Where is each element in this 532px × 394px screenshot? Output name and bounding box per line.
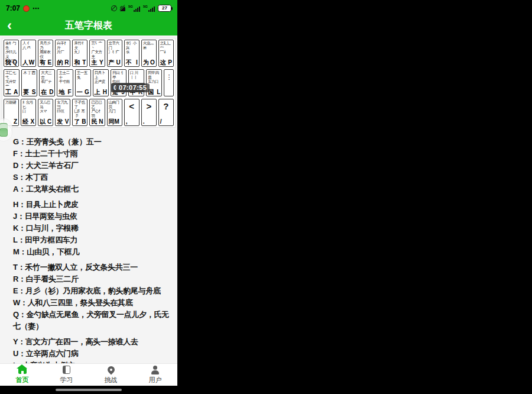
- key-letter: Q: [12, 59, 17, 66]
- wubi-key: 大犬三古 石厂ナ 在D: [39, 69, 55, 96]
- key-symbol: <: [125, 101, 139, 111]
- page-title: 五笔字根表: [0, 20, 177, 32]
- key-letter: X: [31, 118, 35, 125]
- key-example-char: 有: [40, 59, 46, 66]
- key-letter: G: [85, 89, 89, 96]
- key-letter: W: [29, 59, 34, 66]
- home-indicator[interactable]: [56, 389, 122, 391]
- mnemonic-line: H：目具上止卜虎皮: [13, 199, 174, 211]
- mute-icon: [120, 6, 125, 11]
- key-radicals: 日曰刂早 虫刈: [112, 70, 125, 84]
- mnemonic-line: W：人和八三四里，祭头登头在其底: [13, 297, 174, 309]
- recording-timestamp: 07:07:55: [116, 83, 150, 92]
- key-example-char: 为: [143, 59, 149, 66]
- wubi-key: 土士二十 干寸雨 地F: [57, 69, 73, 96]
- wubi-key: 又厶巴马 スマ 以C: [38, 99, 53, 126]
- mnemonic-line: U：立辛两点六门病: [13, 348, 174, 360]
- key-letter: I: [136, 59, 138, 66]
- tab-challenge[interactable]: 挑战: [89, 364, 133, 386]
- key-example-char: 以: [40, 118, 46, 125]
- wubi-key: 工匚七弋 戈廾廿艹 工A: [4, 69, 20, 96]
- tab-user[interactable]: 用户: [133, 364, 177, 386]
- key-letter: Y: [99, 59, 103, 66]
- tab-bar: 首页 学习 挑战 用户: [0, 363, 177, 386]
- key-example-char: 这: [160, 59, 166, 66]
- key-example-char: 发: [57, 118, 63, 125]
- key-radicals: 已己巳乙 尸心忄羽: [91, 100, 103, 118]
- key-example-char: 主: [91, 59, 97, 66]
- signal-icon-sim2: 5G: [143, 5, 155, 12]
- key-example-char: 民: [91, 118, 97, 125]
- wubi-key: 人 亻 八 癶 人W: [21, 40, 36, 67]
- key-letter: ,: [126, 118, 128, 125]
- key-letter: .: [143, 118, 145, 125]
- key-example-char: 不: [126, 59, 132, 66]
- radical-table-screen: 7:07 ⋯ 5G 5G 27 ‹ 五笔字根表 金钅勹鱼 夕臼儿义 犭乂匚: [0, 0, 177, 394]
- key-letter: N: [99, 118, 103, 125]
- assistant-icon: [0, 128, 8, 137]
- challenge-pin-icon: [108, 366, 115, 374]
- key-radicals: 立辛六门 冫丬疒: [109, 41, 121, 54]
- key-radicals: 火业灬 米: [143, 41, 155, 50]
- key-radicals: 万能键: [5, 100, 17, 105]
- signal-icon-sim1: 5G: [128, 5, 140, 12]
- wubi-key: 言讠亠丶 广文方主 主Y: [89, 40, 105, 67]
- wubi-key: 立辛六门 冫丬疒 产U: [107, 40, 122, 67]
- wubi-key: 水氵小兴 氺 不I: [124, 40, 140, 67]
- tab-label: 用户: [149, 376, 162, 385]
- key-letter: O: [150, 59, 155, 66]
- mnemonic-line: S：木丁西: [13, 172, 174, 183]
- key-letter: C: [47, 118, 51, 125]
- eye-protection-icon: [111, 5, 117, 11]
- key-radicals: 禾竹彳攵 夂丿: [74, 41, 86, 54]
- battery-icon: 27: [158, 5, 171, 12]
- mnemonic-line: Y：言文方广在四一，高头一捺谁人去: [13, 336, 174, 348]
- keyboard-row-3: 万能键 Z 纟幺弓匕 口 经X 又厶巴马 スマ 以C: [4, 99, 174, 126]
- key-symbol: >: [142, 101, 156, 111]
- key-radicals: 木 丁 西: [23, 70, 35, 75]
- key-radicals: 女刀九彐 臼巛: [57, 100, 69, 114]
- key-example-char: 的: [57, 59, 63, 66]
- key-letter: U: [116, 59, 120, 66]
- tab-label: 首页: [16, 376, 29, 385]
- key-radicals: 工匚七弋 戈廾廿艹: [5, 70, 18, 88]
- key-example-char: 地: [59, 89, 64, 96]
- key-radicals: 之廴辶宀 冖礻: [160, 41, 172, 54]
- screenshot-stage: 7:07 ⋯ 5G 5G 27 设置音效 首页 组: [0, 0, 532, 394]
- key-radicals: 土士二十 干寸雨: [59, 70, 71, 84]
- mnemonic-line: D：大犬三羊古石厂: [13, 160, 174, 172]
- nav-bar: ‹ 五笔字根表: [0, 17, 177, 35]
- mnemonic-line: M：山由贝，下框几: [13, 246, 174, 258]
- keyboard-row-1: 金钅勹鱼 夕臼儿义 犭乂匚 我Q 人 亻 八 癶 人W 月丹彡乃 用家衣仪 豕: [4, 40, 174, 67]
- mnemonic-line: L：田甲方框四车力: [13, 234, 174, 246]
- wubi-key: 月丹彡乃 用家衣仪 豕 有E: [38, 40, 53, 67]
- key-symbol: ?: [159, 101, 173, 111]
- mnemonic-line: A：工戈草头右框七: [13, 183, 174, 195]
- key-radicals: 水氵小兴 氺: [126, 41, 138, 54]
- mnemonic-lines: G：王旁青头戋（兼）五一 F：土士二干十寸雨 D：大犬三羊古石厂 S：木丁西 A…: [13, 136, 174, 394]
- wubi-key: ? /: [158, 99, 174, 126]
- wubi-key: 目具卜上 止虍皮 上H: [93, 69, 109, 96]
- wubi-key: 王一五戋 一G: [75, 69, 91, 96]
- mnemonic-line: F：土士二干十寸雨: [13, 148, 174, 160]
- key-letter: /: [160, 118, 162, 125]
- network-type: 5G: [143, 5, 148, 8]
- wubi-key: > .: [141, 99, 157, 126]
- wubi-key: 纟幺弓匕 口 经X: [21, 99, 36, 126]
- tab-home[interactable]: 首页: [0, 364, 44, 386]
- tab-study[interactable]: 学习: [44, 364, 89, 386]
- key-letter: H: [103, 89, 107, 96]
- wubi-key: 白手扌斤 斤厂 的R: [55, 40, 70, 67]
- key-letter: R: [64, 59, 69, 66]
- mnemonic-line: Q：金勺缺点无尾鱼，犬旁留叉一点儿夕，氏无七（妻）: [13, 309, 174, 332]
- study-book-icon: [63, 366, 70, 374]
- wubi-key: 木 丁 西 要S: [21, 69, 37, 96]
- mnemonic-line: K：口与川，字根稀: [13, 222, 174, 234]
- key-letter: E: [48, 59, 52, 66]
- clock: 7:07: [6, 4, 20, 12]
- keyboard-row-2: 工匚七弋 戈廾廿艹 工A 木 丁 西 要S 大犬三古 石厂ナ 在D: [4, 69, 174, 96]
- wubi-key: ⋮: [164, 69, 174, 96]
- key-example-char: 要: [23, 89, 29, 96]
- key-letter: M: [115, 118, 119, 125]
- key-example-char: 产: [109, 59, 115, 66]
